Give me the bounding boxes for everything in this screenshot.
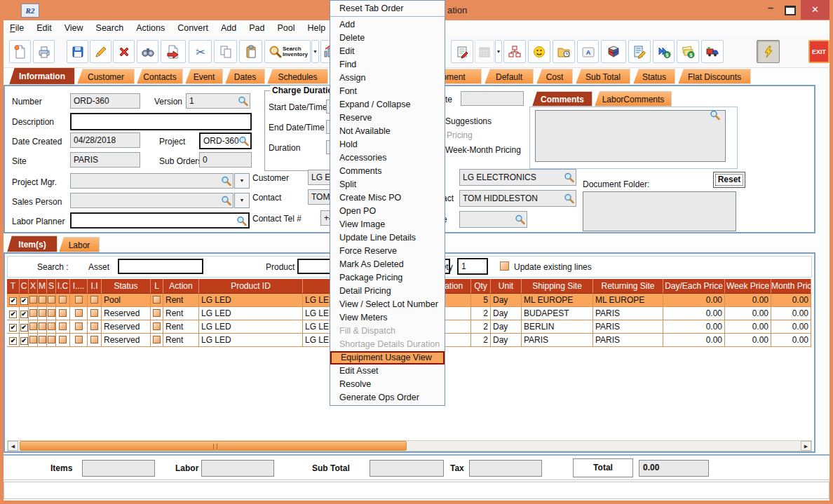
unchecked-checkbox-icon[interactable] [39,336,46,343]
menu-item-update-line-details[interactable]: Update Line Details [330,231,445,245]
comments-textarea[interactable] [535,110,726,162]
cell-x[interactable] [29,320,38,334]
menu-item-open-po[interactable]: Open PO [330,205,445,218]
calendar-dropdown[interactable]: ▼ [495,40,502,63]
column-header-m[interactable]: M [38,279,47,294]
column-header-product-id[interactable]: Product ID [199,279,303,294]
menu-item-generate-ops-order[interactable]: Generate Ops Order [330,391,445,404]
checked-checkbox-icon[interactable]: ✔ [20,324,28,332]
unchecked-checkbox-icon[interactable] [90,322,98,330]
scrollbar-thumb[interactable] [20,441,407,451]
menu-item-equipment-usage-view[interactable]: Equipment Usage View [330,351,445,365]
cell-i[interactable] [70,320,88,334]
magnifier-icon[interactable] [236,215,247,226]
notes-edit-button[interactable] [451,40,473,63]
checked-checkbox-icon[interactable]: ✔ [9,311,17,318]
week-month-pricing-option-label[interactable]: Week-Month Pricing [445,145,521,155]
copy-button[interactable] [214,40,237,63]
unchecked-checkbox-icon[interactable] [29,336,37,343]
column-header-i[interactable]: I.... [70,279,88,294]
column-header-action[interactable]: Action [163,279,199,294]
menu-pool[interactable]: Pool [271,20,301,36]
menu-search[interactable]: Search [90,20,130,36]
edit-button[interactable] [90,40,111,63]
menu-item-delete[interactable]: Delete [330,32,445,45]
menu-item-assign[interactable]: Assign [330,71,445,85]
venue-field[interactable] [459,211,527,228]
menu-item-mark-as-deleted[interactable]: Mark As Deleted [330,258,445,271]
unchecked-checkbox-icon[interactable] [153,296,161,304]
magnifier-icon[interactable] [564,172,574,183]
menu-item-resolve[interactable]: Resolve [330,378,445,391]
project-mgr-dropdown[interactable]: ▼ [234,173,250,189]
find-button[interactable] [137,40,158,63]
cell-i-c[interactable] [56,307,70,320]
folder-history-button[interactable] [553,40,575,63]
menu-item-split[interactable]: Split [330,178,445,191]
unchecked-checkbox-icon[interactable] [75,336,83,343]
unchecked-checkbox-icon[interactable] [153,336,161,343]
unchecked-checkbox-icon[interactable] [75,309,83,317]
menu-item-view-image[interactable]: View Image [330,218,445,231]
menu-item-expand-collapse[interactable]: Expand / Collapse [330,98,445,111]
tab-comments[interactable]: Comments [532,91,592,107]
column-header-c[interactable]: C [20,279,29,294]
magnifier-icon[interactable] [564,193,574,204]
contact-name-field[interactable]: TOM HIDDLESTON [459,190,576,207]
print-button[interactable] [33,40,55,63]
sales-person-field[interactable] [70,193,233,208]
menu-edit[interactable]: Edit [30,20,58,36]
cell-i[interactable] [70,307,88,320]
menu-item-package-pricing[interactable]: Package Pricing [330,271,445,285]
tab-customer[interactable]: Customer [77,69,135,84]
date-fragment-field[interactable] [461,91,524,106]
asset-search-input[interactable] [118,259,203,274]
unchecked-checkbox-icon[interactable] [75,322,83,330]
paste-button[interactable] [239,40,262,63]
suggestions-option-label[interactable]: Suggestions [445,116,492,126]
menu-file[interactable]: File [4,20,30,36]
unchecked-checkbox-icon[interactable] [75,296,83,304]
unchecked-checkbox-icon[interactable] [90,309,98,317]
cell-s[interactable] [47,320,56,334]
keyboard-button[interactable]: A [577,40,599,63]
unchecked-checkbox-icon[interactable] [29,322,37,330]
org-chart-button[interactable] [503,40,526,63]
sales-person-dropdown[interactable]: ▼ [234,193,250,208]
cell-m[interactable] [38,320,47,334]
magnifier-icon[interactable] [710,110,720,121]
cell-i-i[interactable] [88,320,102,334]
column-header-unit[interactable]: Unit [491,279,522,294]
checked-checkbox-icon[interactable]: ✔ [20,297,28,305]
exit-button[interactable]: EXIT [808,40,829,63]
cut-button[interactable]: ✂ [189,40,212,63]
unchecked-checkbox-icon[interactable] [153,322,161,330]
menu-item-font[interactable]: Font [330,85,445,98]
description-field[interactable] [70,113,252,130]
reset-button[interactable]: Reset [713,172,745,188]
tab-items[interactable]: Item(s) [7,236,57,252]
menu-item-comments[interactable]: Comments [330,165,445,178]
delete-button[interactable] [113,40,135,63]
magnifier-icon[interactable] [221,176,231,186]
menu-item-reserve[interactable]: Reserve [330,111,445,125]
maximize-button[interactable] [781,0,799,20]
magnifier-icon[interactable] [515,214,525,225]
unchecked-checkbox-icon[interactable] [39,309,46,317]
column-header-shipping-site[interactable]: Shipping Site [522,279,593,294]
new-document-button[interactable] [9,40,31,63]
cell-x[interactable] [29,334,38,347]
site-field[interactable]: PARIS [70,152,140,168]
unchecked-checkbox-icon[interactable] [39,296,46,304]
menu-item-accessories[interactable]: Accessories [330,151,445,165]
unchecked-checkbox-icon[interactable] [39,322,46,330]
menu-convert[interactable]: Convert [171,20,215,36]
tab-sub-total[interactable]: Sub Total [576,69,630,84]
column-header-week-price[interactable]: Week Price [725,279,771,294]
cell-i[interactable] [70,334,88,347]
cell-l[interactable] [151,307,163,320]
unchecked-checkbox-icon[interactable] [29,296,37,304]
cell-l[interactable] [151,294,163,307]
menu-pad[interactable]: Pad [243,20,271,36]
menu-item-view-meters[interactable]: View Meters [330,311,445,325]
